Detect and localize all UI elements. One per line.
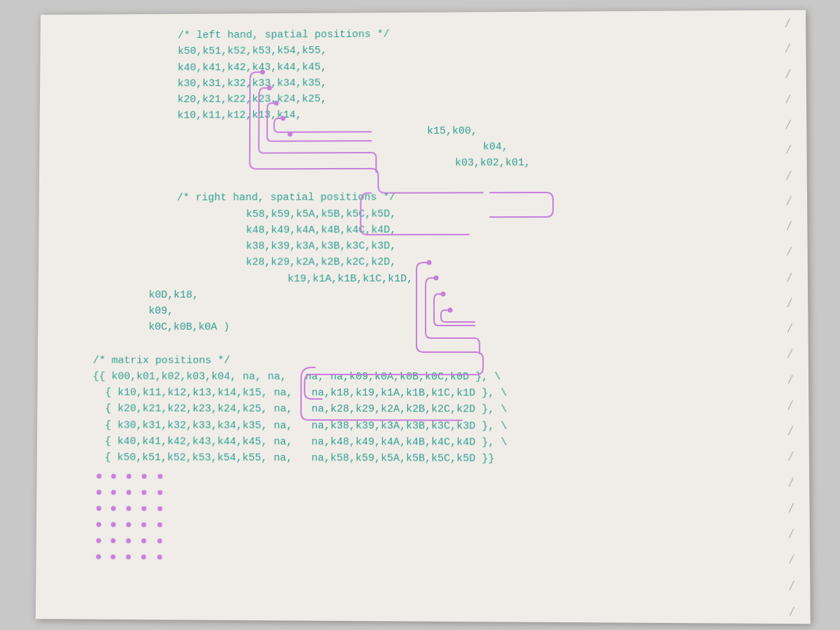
right-hand-row-3: k28,k29,k2A,k2B,k2C,k2D, [246, 254, 765, 271]
code-content: /* left hand, spatial positions */ k50,k… [92, 24, 766, 468]
dash-15: \ [784, 372, 797, 385]
svg-point-26 [126, 522, 131, 527]
dash-22: \ [785, 553, 798, 566]
dash-9: \ [783, 219, 796, 232]
dash-1: \ [782, 17, 794, 29]
svg-point-33 [158, 538, 162, 543]
right-hand-row-2: k38,k39,k3A,k3B,k3C,k3D, [246, 237, 765, 254]
matrix-row-5: { k50,k51,k52,k53,k54,k55, na, na,k58,k5… [92, 449, 766, 468]
svg-point-22 [141, 506, 146, 511]
svg-point-34 [96, 554, 101, 559]
svg-point-24 [97, 522, 102, 527]
left-hand-row-4: k10,k11,k12,k13,k14, [177, 105, 764, 124]
right-hand-row-0: k58,k59,k5A,k5B,k5C,k5D, [246, 205, 764, 223]
dash-21: \ [785, 527, 798, 540]
dash-10: \ [783, 245, 796, 258]
dash-8: \ [783, 194, 796, 206]
svg-point-30 [111, 538, 115, 543]
matrix-row-1: { k10,k11,k12,k13,k14,k15, na, na,k18,k1… [92, 384, 766, 402]
matrix-section: /* matrix positions */ {{ k00,k01,k02,k0… [92, 352, 766, 468]
svg-point-13 [158, 474, 162, 479]
dash-14: \ [784, 347, 797, 360]
matrix-comment: /* matrix positions */ [93, 352, 766, 369]
left-hand-row-6: k04, [483, 138, 764, 155]
dash-18: \ [785, 449, 797, 462]
dash-13: \ [784, 321, 797, 334]
right-hand-comment: /* right hand, spatial positions */ [177, 188, 765, 206]
svg-point-28 [158, 522, 162, 527]
dashed-border: \ \ \ \ \ \ \ \ \ \ \ \ \ \ \ \ \ \ \ \ … [778, 10, 804, 624]
svg-point-21 [126, 506, 131, 511]
matrix-row-3: { k30,k31,k32,k33,k34,k35, na, na,k38,k3… [92, 417, 766, 435]
dash-6: \ [783, 143, 795, 155]
right-hand-row-4: k19,k1A,k1B,k1C,k1D, [288, 270, 765, 287]
svg-point-38 [158, 554, 162, 559]
right-hand-row-5: k0D,k18, [148, 286, 765, 303]
dash-4: \ [783, 92, 795, 105]
matrix-row-4: { k40,k41,k42,k43,k44,k45, na, na,k48,k4… [92, 433, 766, 451]
left-hand-row-5: k15,k00, [427, 122, 764, 139]
dash-16: \ [785, 398, 797, 411]
dash-5: \ [783, 118, 795, 130]
dash-20: \ [785, 501, 798, 514]
right-hand-row-7: k0C,k0B,k0A ) [148, 319, 766, 336]
svg-point-10 [111, 474, 116, 479]
dash-17: \ [785, 424, 797, 437]
left-hand-block: /* left hand, spatial positions */ k50,k… [94, 24, 764, 173]
svg-point-27 [141, 522, 146, 527]
svg-point-23 [158, 506, 162, 511]
svg-point-19 [97, 506, 102, 511]
svg-point-9 [97, 474, 102, 479]
svg-point-36 [126, 554, 131, 559]
right-hand-row-1: k48,k49,k4A,k4B,k4C,k4D, [246, 221, 764, 239]
svg-point-18 [158, 490, 162, 495]
svg-point-25 [111, 522, 115, 527]
svg-point-14 [97, 490, 102, 495]
svg-point-11 [127, 474, 132, 479]
page: \ \ \ \ \ \ \ \ \ \ \ \ \ \ \ \ \ \ \ \ … [36, 10, 811, 624]
svg-point-17 [141, 490, 146, 495]
svg-point-31 [126, 538, 131, 543]
right-hand-row-6: k09, [148, 303, 765, 319]
dash-11: \ [783, 270, 796, 283]
svg-point-32 [141, 538, 146, 543]
dash-19: \ [785, 475, 798, 488]
dash-7: \ [783, 169, 795, 181]
dash-2: \ [782, 42, 794, 55]
svg-point-35 [111, 554, 115, 559]
svg-point-37 [141, 554, 146, 559]
left-hand-row-7: k03,k02,k01, [455, 154, 764, 172]
right-hand-block: /* right hand, spatial positions */ k58,… [93, 188, 766, 335]
svg-point-12 [141, 474, 146, 479]
svg-point-20 [111, 506, 116, 511]
svg-point-16 [126, 490, 131, 495]
matrix-row-0: {{ k00,k01,k02,k03,k04, na, na, na, na,k… [93, 368, 766, 386]
dash-3: \ [782, 67, 794, 80]
matrix-row-2: { k20,k21,k22,k23,k24,k25, na, na,k28,k2… [92, 401, 766, 419]
dash-24: \ [786, 604, 799, 617]
svg-point-29 [96, 538, 101, 543]
dash-12: \ [784, 296, 797, 309]
dash-23: \ [786, 578, 799, 591]
svg-point-15 [111, 490, 116, 495]
